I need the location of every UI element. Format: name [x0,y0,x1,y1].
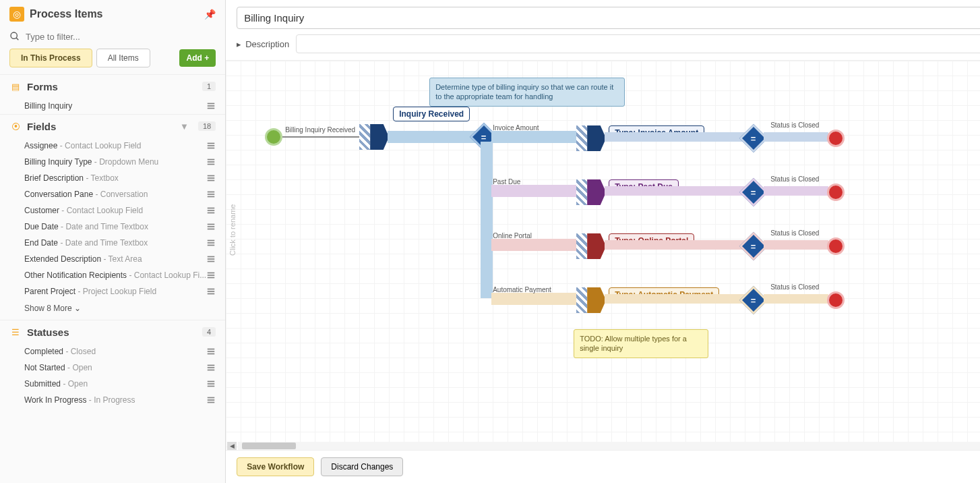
statuses-section-header[interactable]: ☰ Statuses 4 [0,320,225,343]
branch-edge-label: Online Portal [493,232,532,239]
reorder-icon[interactable] [206,238,216,248]
svg-rect-23 [208,240,215,242]
filter-input[interactable] [26,32,216,42]
reorder-icon[interactable] [206,222,216,231]
svg-rect-39 [208,367,215,368]
svg-rect-26 [208,256,215,258]
list-item[interactable]: Assignee - Contact Lookup Field [0,138,225,154]
end-section-marker[interactable] [576,179,587,205]
svg-rect-9 [208,161,215,163]
end-section-marker-0[interactable] [359,124,370,150]
reorder-icon[interactable] [206,206,216,215]
horizontal-scrollbar[interactable]: ◀ ▶ [238,442,980,450]
svg-rect-8 [208,159,215,161]
workflow-title-input[interactable] [237,7,980,29]
start-section-branch[interactable] [587,287,606,313]
save-workflow-button[interactable]: Save Workflow [237,457,314,476]
list-item[interactable]: Billing Inquiry Type - Dropdown Menu [0,154,225,170]
add-button[interactable]: Add + [179,49,216,67]
forms-heading: Forms [27,81,197,92]
svg-rect-36 [208,351,215,352]
tab-all-items[interactable]: All Items [96,49,150,67]
pin-icon[interactable]: 📌 [204,9,216,20]
svg-rect-45 [208,399,215,401]
end-section-marker[interactable] [576,287,587,313]
list-item[interactable]: Extended Description - Text Area [0,251,225,267]
reorder-icon[interactable] [206,363,216,372]
list-item[interactable]: Customer - Contact Lookup Field [0,202,225,219]
list-item[interactable]: Due Date - Date and Time Textbox [0,219,225,235]
list-item[interactable]: Conversation Pane - Conversation [0,186,225,202]
end-section-marker[interactable] [576,233,587,259]
svg-rect-32 [208,289,215,290]
reorder-icon[interactable] [206,347,216,356]
list-item[interactable]: Other Notification Recipients - Contact … [0,267,225,283]
list-item[interactable]: Submitted - Open [0,376,225,392]
svg-rect-42 [208,383,215,385]
list-item[interactable]: Work In Progress - In Progress [0,392,225,408]
chevron-down-icon: ⌄ [74,304,81,313]
svg-point-0 [11,32,17,38]
list-item[interactable]: Brief Description - Textbox [0,170,225,186]
reorder-icon[interactable] [206,101,216,111]
start-section-branch[interactable] [587,179,606,205]
filter-icon[interactable]: ▼ [180,121,189,132]
start-section-inquiry[interactable] [370,124,389,150]
status-label: Status is Closed [770,283,811,291]
svg-line-1 [16,38,18,40]
reorder-icon[interactable] [206,395,216,405]
start-edge-label: Billing Inquiry Received [285,126,355,134]
list-item[interactable]: Billing Inquiry [0,98,225,114]
note-todo[interactable]: TODO: Allow multiple types for a single … [574,329,708,358]
exit-node[interactable] [827,130,845,147]
svg-rect-29 [208,273,215,274]
description-field[interactable] [296,34,980,53]
svg-rect-19 [208,212,215,214]
fields-icon: ⦿ [9,120,22,132]
svg-rect-27 [208,258,215,260]
exit-node[interactable] [827,291,845,309]
start-section-branch[interactable] [587,233,606,259]
description-toggle[interactable]: ▸ Description [237,39,289,49]
start-section-branch[interactable] [587,125,606,151]
reorder-icon[interactable] [206,157,216,167]
list-item[interactable]: End Date - Date and Time Textbox [0,235,225,251]
triangle-right-icon: ▸ [237,39,241,49]
list-item[interactable]: Not Started - Open [0,360,225,376]
exit-node[interactable] [827,237,845,255]
tab-in-this-process[interactable]: In This Process [9,49,92,67]
description-label: Description [245,39,289,49]
reorder-icon[interactable] [206,254,216,264]
svg-rect-25 [208,245,215,246]
reorder-icon[interactable] [206,271,216,280]
reorder-icon[interactable] [206,379,216,389]
inquiry-received-label[interactable]: Inquiry Received [393,107,470,121]
note-routing[interactable]: Determine type of billing inquiry so tha… [429,78,625,107]
search-icon [9,31,20,42]
scroll-thumb-h[interactable] [242,443,296,449]
list-item[interactable]: Completed - Closed [0,343,225,360]
reorder-icon[interactable] [206,141,216,150]
svg-rect-30 [208,275,215,276]
svg-rect-40 [208,370,215,371]
discard-changes-button[interactable]: Discard Changes [321,457,403,476]
show-more-fields[interactable]: Show 8 More ⌄ [0,300,225,320]
forms-section-header[interactable]: ▤ Forms 1 [0,74,225,98]
status-label: Status is Closed [770,229,811,237]
svg-rect-6 [208,145,215,146]
scroll-left-icon[interactable]: ◀ [227,442,237,450]
reorder-icon[interactable] [206,287,216,296]
fields-section-header[interactable]: ⦿ Fields ▼ 18 [0,114,225,138]
end-section-marker[interactable] [576,125,587,151]
start-node[interactable] [265,128,282,146]
svg-rect-2 [208,103,215,105]
reorder-icon[interactable] [206,173,216,183]
workflow-canvas[interactable]: Click to rename Determine type of billin… [226,61,980,450]
forms-icon: ▤ [9,80,22,92]
sidebar-title: Process Items [30,8,199,20]
svg-rect-11 [208,175,215,177]
list-item[interactable]: Parent Project - Project Lookup Field [0,283,225,300]
reorder-icon[interactable] [206,190,216,199]
exit-node[interactable] [827,183,845,201]
svg-rect-7 [208,148,215,149]
